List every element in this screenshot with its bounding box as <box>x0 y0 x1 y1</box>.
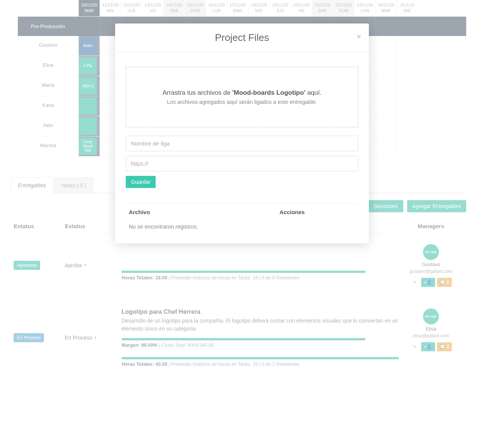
files-header-acciones: Acciones <box>279 209 355 215</box>
dropzone-title: Arrastra tus archivos de 'Mood-boards Lo… <box>134 89 350 97</box>
files-table-header: Archivo Acciones <box>126 204 358 221</box>
close-icon[interactable]: × <box>356 32 361 42</box>
link-name-input[interactable] <box>126 136 358 151</box>
files-header-archivo: Archivo <box>129 209 279 215</box>
dropzone-subtitle: Los archivos agregados aquí serán ligado… <box>134 99 350 105</box>
file-dropzone[interactable]: Arrastra tus archivos de 'Mood-boards Lo… <box>126 67 358 127</box>
link-url-input[interactable] <box>126 156 358 171</box>
files-empty-message: No se encontraron registros. <box>126 221 358 233</box>
project-files-modal: Project Files × Arrastra tus archivos de… <box>115 23 369 243</box>
modal-overlay[interactable]: Project Files × Arrastra tus archivos de… <box>0 0 484 448</box>
guardar-button[interactable]: Guardar <box>126 176 156 188</box>
modal-title: Project Files <box>123 32 361 44</box>
